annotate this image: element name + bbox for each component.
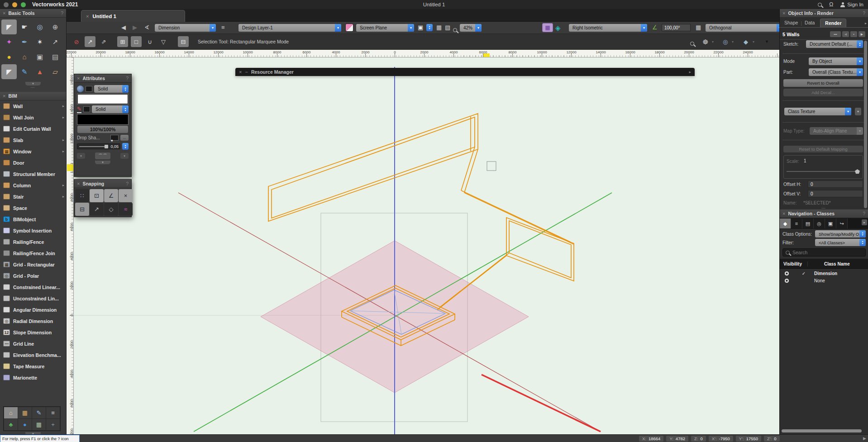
scale-value[interactable]: 1: [804, 158, 806, 163]
snap-toggle-button[interactable]: ⊟: [75, 203, 89, 216]
offset-v-field[interactable]: 0: [808, 190, 863, 197]
workspace-button[interactable]: ▦: [32, 419, 46, 430]
workspace-button[interactable]: ≡: [46, 407, 60, 418]
snapping-header[interactable]: × Snapping ?: [74, 180, 131, 188]
bim-tool-item[interactable]: Wall Join ▸: [0, 112, 66, 123]
bim-tool-item[interactable]: Railing/Fence Join: [0, 247, 66, 259]
notifications-icon[interactable]: Ω: [829, 1, 833, 8]
bim-tool-item[interactable]: Structural Member: [0, 168, 66, 180]
bim-tool-item[interactable]: Angular Dimension: [0, 304, 66, 315]
navigation-tab-icon[interactable]: ▣: [825, 219, 836, 228]
bim-tool-item[interactable]: Tape Measure: [0, 361, 66, 372]
scale-slider[interactable]: [787, 169, 860, 174]
bim-tool-item[interactable]: Elevation Benchma...: [0, 349, 66, 361]
document-context-stepper[interactable]: ▴▾: [426, 24, 433, 31]
palette-grip[interactable]: ⋯: [0, 86, 66, 89]
opacity-button[interactable]: 100%/100%: [77, 126, 128, 133]
drop-shadow-slider[interactable]: 0,05: [77, 143, 120, 149]
close-icon[interactable]: ×: [77, 181, 80, 186]
tab-shape[interactable]: Shape: [784, 20, 798, 25]
bim-tool-item[interactable]: Wall ▸: [0, 100, 66, 112]
close-icon[interactable]: ×: [239, 69, 242, 75]
fill-style-dropdown[interactable]: Solid▴▾: [94, 85, 129, 93]
basic-tool-button[interactable]: ✶: [32, 34, 48, 49]
sketch-dropdown[interactable]: Document Default (...▴▾: [806, 40, 863, 48]
filter-dropdown[interactable]: <All Classes>▴▾: [815, 239, 866, 246]
ruler-vertical[interactable]: 1600014000120001000080006000400020000200…: [67, 57, 74, 434]
tab-data[interactable]: Data: [805, 20, 815, 25]
bim-tool-item[interactable]: b BIMobject: [0, 214, 66, 225]
status-expand-icon[interactable]: ▶: [863, 436, 866, 441]
view-dropdown[interactable]: Right Isometric▾: [569, 24, 647, 32]
navigation-tab-icon[interactable]: ↪: [836, 219, 848, 228]
options-icon[interactable]: •••: [830, 31, 841, 37]
part-dropdown[interactable]: Overall (Class Textu...▾: [809, 68, 863, 76]
basic-tool-button[interactable]: ☛: [17, 19, 32, 34]
basic-tool-button[interactable]: ✦: [1, 34, 17, 49]
workspace-button[interactable]: ✎: [32, 407, 46, 418]
workspace-button[interactable]: ▦: [18, 407, 32, 418]
navigation-tab-icon[interactable]: ≡: [791, 219, 802, 228]
mode-dropdown[interactable]: By Object▾: [809, 57, 863, 65]
snap-toggle-button[interactable]: ≈: [119, 203, 133, 216]
ruler-horizontal[interactable]: 2200020000180001600014000120001000080006…: [67, 50, 779, 57]
basic-tool-button[interactable]: ●: [1, 49, 17, 64]
close-icon[interactable]: ×: [3, 93, 5, 99]
bim-tool-item[interactable]: Railing/Fence: [0, 236, 66, 247]
search-input[interactable]: [792, 250, 847, 255]
fill-color-swatch[interactable]: [77, 94, 128, 104]
palette-collapse-handle[interactable]: ▼: [95, 161, 110, 164]
bim-tool-item[interactable]: ▦ Window ▸: [0, 146, 66, 157]
navigation-tab-icon[interactable]: ◆: [780, 219, 791, 228]
constraint-icon[interactable]: ∢: [144, 24, 149, 31]
zoom-icon[interactable]: [453, 28, 457, 32]
next-icon[interactable]: ▶: [858, 31, 865, 37]
magnifier-icon[interactable]: [690, 42, 694, 46]
add-decal-button[interactable]: Add Decal...: [783, 89, 863, 96]
column-visibility[interactable]: Visibility: [780, 261, 808, 266]
active-plane-dropdown[interactable]: Screen Plane▾: [356, 24, 414, 32]
bim-tool-item[interactable]: Stair ▸: [0, 191, 66, 202]
visibility-eye-icon[interactable]: [780, 271, 793, 276]
grid-icon[interactable]: ▦: [696, 24, 701, 31]
texture-source-dropdown[interactable]: Class Texture▾: [784, 108, 851, 115]
bim-tool-item[interactable]: 12 Slope Dimension: [0, 327, 66, 338]
class-row[interactable]: None: [780, 277, 868, 284]
chevron-down-icon[interactable]: ▾: [753, 40, 754, 44]
bim-tool-item[interactable]: Space: [0, 202, 66, 214]
bim-tool-item[interactable]: Marionette: [0, 372, 66, 383]
basic-tool-button[interactable]: ◎: [32, 19, 48, 34]
basic-tool-button[interactable]: ↗: [48, 34, 63, 49]
design-layer-dropdown[interactable]: Design Layer-1▾: [238, 24, 341, 32]
bim-tool-item[interactable]: ◎ Grid - Polar: [0, 270, 66, 281]
drawing-canvas[interactable]: [67, 50, 779, 434]
search-icon[interactable]: [818, 3, 822, 7]
texture-options-icon[interactable]: ▾: [855, 108, 861, 115]
projection-dropdown[interactable]: Orthogonal▾: [706, 24, 783, 32]
class-options-dropdown[interactable]: Show/Snap/Modify O...▴▾: [815, 230, 866, 238]
workspace-button[interactable]: ●: [18, 419, 32, 430]
prev-icon[interactable]: ◀: [842, 31, 849, 37]
basic-tool-button[interactable]: ▱: [48, 64, 63, 79]
active-tool-dropdown[interactable]: Dimension▾: [155, 24, 216, 32]
tool-mode-button[interactable]: ⊞: [117, 36, 128, 47]
basic-tool-button[interactable]: ✒: [17, 34, 32, 49]
bim-tool-item[interactable]: Unconstrained Lin...: [0, 293, 66, 304]
snap-toggle-button[interactable]: ⊡: [90, 189, 104, 202]
sign-in-button[interactable]: Sign In: [840, 2, 863, 7]
navigation-tab-icon[interactable]: ▤: [802, 219, 814, 228]
fill-pattern-swatch[interactable]: [86, 86, 92, 92]
map-type-dropdown[interactable]: Auto-Align Plane▾: [810, 127, 863, 135]
link-attributes-button[interactable]: ⌒⌒: [95, 152, 110, 159]
document-context-icon[interactable]: ▣: [418, 24, 423, 31]
reset-mapping-button[interactable]: Reset to Default Mapping: [783, 146, 863, 152]
column-class-name[interactable]: Class Name: [808, 261, 850, 266]
class-name[interactable]: Dimension: [814, 271, 837, 276]
basic-tool-button[interactable]: ⌂: [17, 49, 32, 64]
tool-mode-button[interactable]: ⇗: [98, 36, 109, 47]
saved-view-icon[interactable]: ▦: [436, 24, 442, 31]
back-icon[interactable]: ◀: [121, 24, 126, 31]
nav-expand-icon[interactable]: ▸: [862, 219, 867, 225]
pen-color-swatch[interactable]: [77, 114, 128, 124]
basic-tool-button[interactable]: ✎: [17, 64, 32, 79]
